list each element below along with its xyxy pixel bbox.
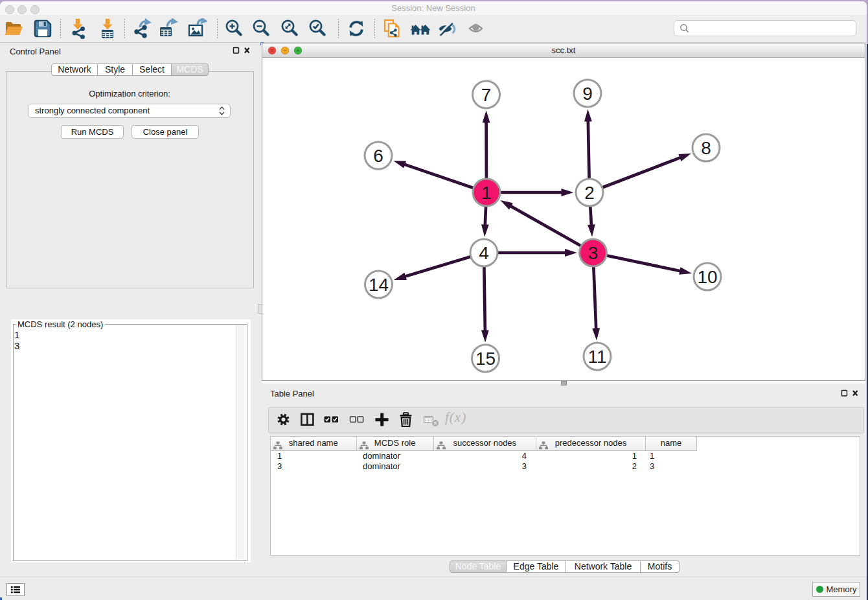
svg-text:10: 10 xyxy=(697,267,717,287)
svg-text:14: 14 xyxy=(369,275,389,295)
svg-text:4: 4 xyxy=(479,243,489,263)
svg-text:1: 1 xyxy=(481,183,492,203)
svg-text:3: 3 xyxy=(588,243,599,263)
svg-text:7: 7 xyxy=(481,85,492,105)
svg-text:2: 2 xyxy=(584,183,595,203)
svg-text:8: 8 xyxy=(701,138,711,158)
svg-text:9: 9 xyxy=(582,84,593,104)
svg-text:15: 15 xyxy=(475,349,496,369)
svg-text:6: 6 xyxy=(373,146,383,166)
svg-text:11: 11 xyxy=(588,347,606,367)
